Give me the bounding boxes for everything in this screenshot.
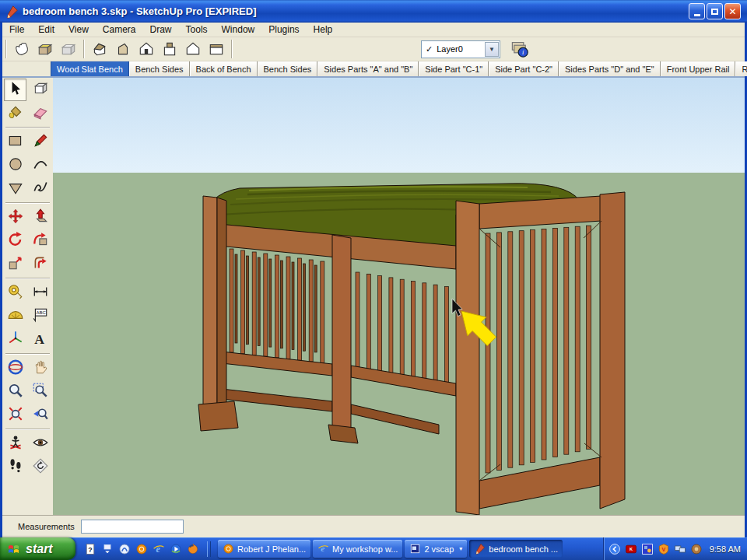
line-tool-button[interactable] [29, 131, 51, 153]
menu-plugins[interactable]: Plugins [261, 23, 306, 36]
freehand-tool-button[interactable] [29, 177, 51, 200]
firefox-icon[interactable] [186, 542, 200, 556]
layer-dropdown[interactable]: ✓ Layer0 ▼ [421, 40, 500, 58]
offset-tool-button[interactable] [29, 253, 51, 275]
scene-tab[interactable]: Side Part "C-1" [419, 61, 489, 76]
rectangle-tool-button[interactable] [4, 131, 26, 153]
zoom-extents-tool-button[interactable] [4, 404, 26, 426]
scene-tab[interactable]: Wood Slat Bench [51, 61, 129, 76]
tray-network-icon[interactable] [674, 542, 687, 555]
zoom-tool-button[interactable] [4, 380, 26, 403]
menu-tools[interactable]: Tools [179, 23, 215, 36]
walk-tool-button[interactable] [4, 456, 26, 478]
paint-bucket-tool-button[interactable] [4, 102, 26, 124]
look-around-tool-button[interactable] [29, 432, 51, 455]
eraser-tool-button[interactable] [29, 102, 51, 124]
tray-volume-icon[interactable] [690, 542, 703, 555]
protractor-tool-button[interactable] [4, 305, 26, 327]
tape-measure-tool-button[interactable] [4, 282, 26, 304]
zoom-previous-tool-button[interactable] [29, 404, 51, 426]
zoom-window-tool-button[interactable] [29, 380, 51, 403]
task-button[interactable]: Robert J Phelan... [218, 540, 310, 558]
position-camera-tool-button[interactable] [4, 432, 26, 455]
menu-camera[interactable]: Camera [96, 23, 143, 36]
3d-text-icon: A [32, 330, 49, 350]
app-orange-icon[interactable] [135, 542, 149, 556]
tray-antivirus-shield-icon[interactable]: V [658, 542, 671, 555]
scene-tab[interactable]: Rear Upper Rail [735, 61, 747, 76]
menu-view[interactable]: View [61, 23, 96, 36]
tool-palette: ABCA [2, 78, 54, 537]
scene-tab[interactable]: Back of Bench [190, 61, 258, 76]
scene-tab[interactable]: Front Upper Rail [661, 61, 736, 76]
layer-manager-button[interactable]: i [508, 39, 531, 59]
menu-draw[interactable]: Draw [143, 23, 179, 36]
arc-tool-button[interactable] [29, 154, 51, 177]
follow-me-tool-button[interactable] [29, 229, 51, 252]
make-component-tool-button[interactable] [29, 79, 51, 101]
model-canvas[interactable] [53, 78, 745, 516]
measurements-input[interactable] [81, 520, 184, 534]
section-plane-tool-button[interactable] [29, 456, 51, 478]
scene-tab[interactable]: Bench Sides [129, 61, 190, 76]
scale-tool-button[interactable] [4, 253, 26, 275]
circle-tool-button[interactable] [4, 154, 26, 177]
text-tool-button[interactable]: ABC [29, 305, 51, 327]
task-button[interactable]: bedroom bench ... [469, 540, 563, 558]
palette-row [2, 253, 53, 275]
chevron-down-icon[interactable]: ▾ [459, 545, 462, 552]
menu-edit[interactable]: Edit [31, 23, 61, 36]
orbit-tool-button[interactable] [4, 357, 26, 380]
pan-tool-button[interactable] [29, 357, 51, 380]
title-bar[interactable]: bedroom bench 3.skp - SketchUp Pro [EXPI… [0, 0, 747, 23]
view-iso-button[interactable] [88, 38, 111, 60]
scene-tab[interactable]: Sides Parts "D" and "E" [559, 61, 661, 76]
polygon-tool-button[interactable] [4, 177, 26, 200]
share-model-button[interactable] [57, 38, 80, 60]
menu-help[interactable]: Help [307, 23, 340, 36]
task-button[interactable]: 2 vscap▾ [405, 540, 467, 558]
view-top-button[interactable] [158, 38, 181, 60]
3d-text-tool-button[interactable]: A [29, 328, 51, 351]
menu-file[interactable]: File [2, 23, 31, 36]
internet-explorer-icon[interactable]: e [152, 542, 166, 556]
eraser-icon [32, 103, 49, 124]
palette-row [2, 79, 53, 101]
dimension-tool-button[interactable] [29, 282, 51, 304]
scene-tab[interactable]: Sides Parts "A" and "B" [317, 61, 419, 76]
get-models-button[interactable] [33, 38, 57, 60]
media-player-icon[interactable] [169, 542, 183, 556]
view-back-button[interactable] [181, 38, 205, 60]
help-file-icon[interactable]: ? [83, 542, 97, 556]
tray-collapse-chevron-icon[interactable] [608, 542, 622, 555]
push-pull-tool-button[interactable] [29, 206, 51, 229]
minimize-icon [694, 14, 700, 16]
view-right-button[interactable] [111, 38, 135, 60]
tray-display-icon[interactable] [641, 542, 654, 555]
quick-launch-overflow-icon[interactable] [100, 542, 114, 556]
chevron-down-icon[interactable]: ▼ [485, 42, 499, 57]
rotate-tool-button[interactable] [4, 229, 26, 252]
view-left-button[interactable] [205, 38, 228, 60]
maximize-button[interactable] [707, 3, 723, 19]
menu-window[interactable]: Window [215, 23, 262, 36]
scene-tab[interactable]: Bench Sides [258, 61, 318, 76]
start-button[interactable]: start [0, 537, 75, 560]
task-button[interactable]: eMy workshop w... [313, 540, 402, 558]
minimize-button[interactable] [689, 3, 705, 19]
close-button[interactable]: ✕ [724, 3, 741, 19]
scene-tab[interactable]: Side Part "C-2" [489, 61, 559, 76]
palette-separator [5, 429, 50, 430]
palette-row [2, 282, 53, 304]
app-blue-icon[interactable] [117, 542, 132, 556]
view-front-button[interactable] [135, 38, 158, 60]
layer-check-icon: ✓ [426, 44, 433, 54]
palette-row [2, 456, 53, 478]
move-tool-button[interactable] [4, 206, 26, 229]
scene-tabs: Wood Slat BenchBench SidesBack of BenchB… [51, 61, 747, 76]
tray-red-app-icon[interactable]: K [625, 542, 638, 555]
select-tool-button[interactable] [4, 79, 26, 101]
get-current-view-button[interactable] [10, 38, 33, 60]
axes-tool-button[interactable] [4, 328, 26, 351]
rotate-icon [7, 231, 24, 251]
